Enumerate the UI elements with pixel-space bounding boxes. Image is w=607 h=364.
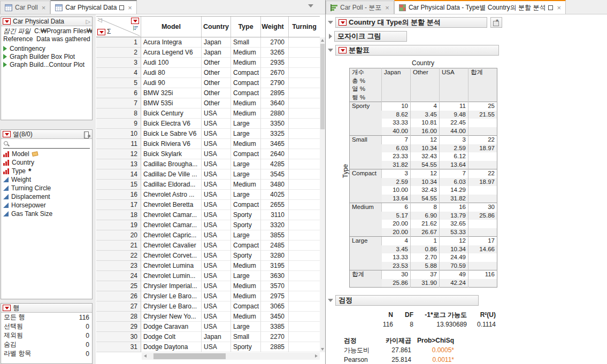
weight-cell[interactable]: 3065: [261, 301, 289, 312]
country-cell[interactable]: Other: [202, 58, 231, 68]
model-cell[interactable]: Chevrolet Camar...: [141, 210, 202, 220]
tests-title-box[interactable]: 검정: [335, 295, 479, 306]
row-number[interactable]: 5: [96, 78, 141, 88]
turning-cell[interactable]: [289, 119, 320, 129]
row-number[interactable]: 3: [96, 58, 141, 68]
row-number[interactable]: 24: [96, 271, 141, 281]
type-cell[interactable]: Large: [231, 169, 261, 180]
close-icon[interactable]: ×: [42, 4, 46, 12]
table-row[interactable]: 11Buick Riviera V6USAMedium3465: [96, 139, 320, 149]
country-cell[interactable]: Other: [202, 98, 231, 109]
column-item[interactable]: Model: [1, 150, 92, 158]
grid-corner-cell[interactable]: ◁ Σ: [96, 17, 141, 37]
model-cell[interactable]: Chevrolet Cavalier: [141, 241, 202, 251]
model-cell[interactable]: Chrysler Le Baro...: [141, 301, 202, 312]
type-cell[interactable]: Sporty: [231, 251, 261, 261]
weight-cell[interactable]: 3350: [261, 119, 289, 129]
country-cell[interactable]: USA: [202, 139, 231, 149]
weight-cell[interactable]: 2790: [261, 78, 289, 88]
table-row[interactable]: 28Chrysler New Yo...USAMedium3450: [96, 312, 320, 322]
model-cell[interactable]: Cadillac Brougha...: [141, 159, 202, 169]
collapse-left-icon[interactable]: ◁: [97, 17, 102, 24]
turning-cell[interactable]: [289, 78, 320, 88]
type-cell[interactable]: Compact: [231, 88, 261, 98]
scroll-left-icon[interactable]: [144, 354, 147, 358]
country-cell[interactable]: USA: [202, 251, 231, 261]
turning-cell[interactable]: [289, 301, 320, 312]
weight-cell[interactable]: 2880: [261, 109, 289, 119]
turning-cell[interactable]: [289, 220, 320, 230]
script-item[interactable]: Graph Builder Box Plot: [1, 52, 92, 60]
table-row[interactable]: 8Buick CenturyUSAMedium2880: [96, 109, 320, 119]
table-row[interactable]: 14Cadillac De Ville ...USALarge3545: [96, 169, 320, 180]
table-row[interactable]: 19Chevrolet Camar...USASporty3320: [96, 220, 320, 230]
collapse-open-icon[interactable]: [328, 299, 333, 302]
country-cell[interactable]: USA: [202, 301, 231, 312]
rows-panel-header[interactable]: 행: [1, 304, 92, 313]
sigma-icon[interactable]: Σ: [107, 28, 111, 35]
expand-right-icon[interactable]: ▷: [86, 18, 90, 25]
reference-row[interactable]: Reference Data was gathered: [3, 35, 90, 43]
country-cell[interactable]: Other: [202, 88, 231, 98]
row-number[interactable]: 26: [96, 291, 141, 301]
table-row[interactable]: 13Cadillac Brougha...USALarge4285: [96, 159, 320, 169]
model-cell[interactable]: Cadillac Eldorad...: [141, 180, 202, 190]
mosaic-title-box[interactable]: 모자이크 그림: [334, 31, 407, 42]
country-cell[interactable]: Japan: [202, 332, 231, 342]
row-number[interactable]: 15: [96, 180, 141, 190]
type-cell[interactable]: Medium: [231, 98, 261, 109]
table-row[interactable]: 2Acura Legend V6JapanMedium3265: [96, 48, 320, 58]
country-cell[interactable]: USA: [202, 200, 231, 210]
turning-cell[interactable]: [289, 109, 320, 119]
turning-cell[interactable]: [289, 210, 320, 220]
weight-cell[interactable]: 3280: [261, 251, 289, 261]
model-cell[interactable]: Chevrolet Camar...: [141, 220, 202, 230]
weight-cell[interactable]: 3195: [261, 261, 289, 271]
model-cell[interactable]: Cadillac De Ville ...: [141, 169, 202, 180]
turning-cell[interactable]: [289, 169, 320, 180]
table-row[interactable]: 21Chevrolet CavalierUSACompact2485: [96, 241, 320, 251]
type-cell[interactable]: Medium: [231, 261, 261, 271]
row-number[interactable]: 9: [96, 119, 141, 129]
tab-car-physical-data[interactable]: Car Physical Data ×: [50, 0, 137, 14]
type-cell[interactable]: Medium: [231, 48, 261, 58]
weight-cell[interactable]: 2700: [261, 37, 289, 48]
weight-cell[interactable]: 4285: [261, 159, 289, 169]
model-cell[interactable]: Chevrolet Capric...: [141, 230, 202, 241]
table-row[interactable]: 17Chevrolet BerettaUSACompact2655: [96, 200, 320, 210]
column-header-type[interactable]: Type: [231, 17, 261, 37]
weight-cell[interactable]: 2670: [261, 68, 289, 78]
type-cell[interactable]: Large: [231, 190, 261, 200]
row-number[interactable]: 30: [96, 332, 141, 342]
type-cell[interactable]: Sporty: [231, 220, 261, 230]
horizontal-scroll-thumb[interactable]: [153, 353, 226, 359]
type-cell[interactable]: Large: [231, 159, 261, 169]
locked-file-row[interactable]: 잠긴 파일 C:₩Program Files₩J: [3, 27, 90, 35]
table-row[interactable]: 27Chrysler Le Baro...USACompact3065: [96, 301, 320, 312]
weight-cell[interactable]: 3110: [261, 210, 289, 220]
row-number[interactable]: 13: [96, 159, 141, 169]
table-row[interactable]: 9Buick Electra V6USALarge3350: [96, 119, 320, 129]
model-cell[interactable]: Chevrolet Beretta: [141, 200, 202, 210]
model-cell[interactable]: Chevrolet Astro ...: [141, 190, 202, 200]
scroll-right-icon[interactable]: [315, 354, 318, 358]
type-cell[interactable]: Large: [231, 129, 261, 139]
model-cell[interactable]: Audi 90: [141, 78, 202, 88]
type-cell[interactable]: Compact: [231, 149, 261, 159]
model-cell[interactable]: Buick Le Sabre V6: [141, 129, 202, 139]
row-number[interactable]: 29: [96, 322, 141, 332]
row-number[interactable]: 11: [96, 139, 141, 149]
country-cell[interactable]: USA: [202, 149, 231, 159]
model-cell[interactable]: Dodge Caravan: [141, 322, 202, 332]
close-icon[interactable]: ×: [128, 4, 132, 12]
columns-manager-icon[interactable]: [83, 131, 90, 138]
script-item[interactable]: Contingency: [1, 44, 92, 52]
weight-cell[interactable]: 2975: [261, 291, 289, 301]
country-cell[interactable]: USA: [202, 210, 231, 220]
type-cell[interactable]: Sporty: [231, 210, 261, 220]
analysis-title-box[interactable]: Country 대 Type의 분할 분석: [335, 17, 487, 28]
country-cell[interactable]: USA: [202, 190, 231, 200]
table-row[interactable]: 4Audi 80OtherCompact2670: [96, 68, 320, 78]
report-snapshot-button[interactable]: [490, 17, 502, 28]
country-cell[interactable]: Japan: [202, 48, 231, 58]
